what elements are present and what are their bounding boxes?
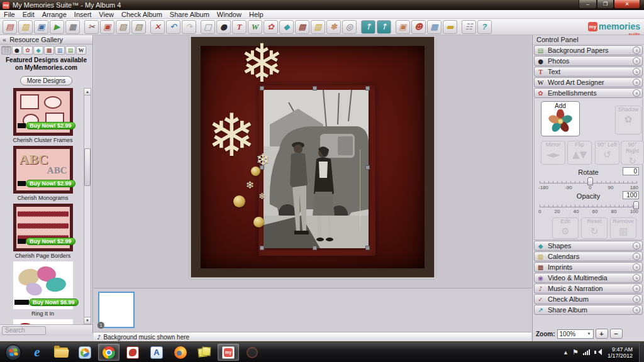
new-album-button[interactable]: ▤ (3, 20, 17, 34)
taskbar-my-memories[interactable]: my (218, 344, 239, 361)
opacity-value[interactable]: 100 (623, 191, 639, 199)
taskbar-faded-app[interactable] (242, 344, 263, 361)
preview-album-button[interactable]: ◎ (342, 20, 357, 34)
expand-button[interactable]: » (633, 253, 640, 260)
selection-handle[interactable] (260, 165, 264, 170)
list-item[interactable]: Buy Now! $6.99 Ring It In (3, 261, 83, 317)
gallery-scrollbar[interactable]: ▲ ▼ (84, 88, 91, 324)
expand-button[interactable]: » (633, 285, 640, 292)
menu-share-album[interactable]: Share Album (166, 11, 213, 18)
menu-window[interactable]: Window (213, 11, 245, 18)
ornament-ball[interactable] (233, 195, 245, 207)
resource-gallery-header[interactable]: « Resource Gallery (0, 35, 92, 45)
list-item[interactable]: Buy Now! $2.99 Cherish Cluster Frames (3, 88, 83, 143)
page-borders-thumbnail[interactable]: Buy Now! $2.99 (13, 204, 73, 251)
section-calendars[interactable]: ▥ Calendars » (534, 251, 643, 261)
section-music-narration[interactable]: ♪ Music & Narration » (534, 283, 643, 293)
open-album-button[interactable]: ▥ (18, 20, 33, 34)
papers-tab[interactable]: ▤ (65, 46, 75, 55)
add-embellishment-button[interactable]: ✿ (264, 20, 278, 34)
save-album-button[interactable]: ▣ (34, 20, 48, 34)
scroll-up-icon[interactable]: ▲ (84, 89, 91, 96)
taskbar-red-app[interactable] (122, 344, 143, 361)
zoom-out-button[interactable]: − (610, 329, 623, 339)
maximize-button[interactable]: ❐ (597, 0, 614, 9)
remove-button[interactable]: Remove ▥ (610, 217, 636, 239)
menu-edit[interactable]: Edit (19, 11, 38, 18)
print-button[interactable]: ▦ (65, 20, 80, 34)
taskbar-clock[interactable]: 9:47 AM 1/17/2012 (608, 346, 633, 359)
photos-tab[interactable]: ● (12, 46, 22, 55)
volume-icon[interactable] (594, 349, 602, 356)
export-movie-button[interactable]: ▶ (50, 20, 64, 34)
list-item[interactable]: Buy Now! $2.99 Cherish Page Borders (3, 204, 83, 259)
action-center-flag-icon[interactable]: ⚑ (572, 348, 579, 356)
page-thumbnail[interactable]: 1 (98, 292, 135, 328)
rotate-value[interactable]: 0 (623, 167, 639, 175)
selection-handle[interactable] (313, 246, 317, 250)
list-item[interactable]: ABC ABC Buy Now! $2.99 Cherish Monograms (3, 146, 83, 201)
import-content-button[interactable]: ↑ (361, 20, 375, 34)
section-video-multimedia[interactable]: ◉ Video & Multimedia » (534, 273, 643, 283)
snowflake-icon[interactable]: ❄ (207, 106, 257, 165)
selection-handle[interactable] (260, 86, 264, 90)
store-tab[interactable]: ☷ (1, 46, 11, 55)
selection-handle[interactable] (260, 246, 264, 250)
scrollbar-thumb[interactable] (84, 148, 91, 186)
snowflake-icon[interactable]: ❄ (258, 192, 266, 200)
section-photos[interactable]: ● Photos » (534, 56, 643, 66)
ring-it-in-thumbnail[interactable]: Buy Now! $6.99 (13, 261, 73, 309)
add-embellishment-button[interactable]: Add (541, 101, 580, 136)
expand-button[interactable]: » (633, 242, 640, 250)
page-canvas[interactable]: ❄ ❄ ❄ ❄ ❄ (94, 35, 531, 288)
more-designs-button[interactable]: More Designs (20, 76, 73, 85)
partial-thumbnail[interactable] (13, 319, 73, 324)
monograms-thumbnail[interactable]: ABC ABC Buy Now! $2.99 (13, 146, 73, 194)
undo-button[interactable]: ↶ (166, 20, 180, 34)
add-shape-button[interactable]: ◆ (279, 20, 294, 34)
storyboard-view-button[interactable]: ▬ (443, 20, 457, 34)
add-calendar-button[interactable]: ▥ (311, 20, 325, 34)
expand-button[interactable]: » (633, 306, 640, 314)
zoom-level-select[interactable]: 100% ▼ (557, 329, 594, 339)
taskbar-explorer[interactable] (50, 344, 72, 361)
taskbar-internet-explorer[interactable]: e (26, 344, 48, 361)
show-desktop-button[interactable] (639, 343, 644, 362)
designer-profile-button[interactable]: ☻ (411, 20, 426, 34)
copy-button[interactable]: ▣ (100, 20, 114, 34)
buy-now-badge[interactable]: Buy Now! $6.99 (29, 299, 79, 306)
selection-handle[interactable] (365, 165, 370, 170)
section-word-art-designer[interactable]: W Word Art Designer » (534, 77, 643, 87)
section-text[interactable]: T Text » (534, 67, 643, 77)
start-button[interactable] (5, 344, 21, 361)
add-imprint-button[interactable]: ▩ (295, 20, 309, 34)
menu-arrange[interactable]: Arrange (38, 11, 70, 18)
imprints-tab[interactable]: ▩ (44, 46, 54, 55)
help-button[interactable]: ? (477, 20, 492, 34)
photo[interactable] (264, 90, 369, 248)
add-text-button[interactable]: T (232, 20, 247, 34)
expand-button[interactable]: » (633, 295, 640, 303)
selection-handle[interactable] (365, 246, 370, 250)
list-item[interactable] (3, 319, 83, 324)
collapse-panel-icon[interactable]: « (3, 36, 6, 43)
tray-expand-icon[interactable]: ▲ (564, 350, 567, 355)
word-art-tab[interactable]: W (76, 46, 86, 55)
add-word-art-button[interactable]: W (248, 20, 262, 34)
rotate-slider[interactable] (540, 181, 637, 184)
network-signal-icon[interactable] (583, 349, 590, 355)
buy-now-badge[interactable]: Buy Now! $2.99 (26, 180, 75, 187)
menu-check-album[interactable]: Check Album (118, 11, 166, 18)
menu-insert[interactable]: Insert (70, 11, 96, 18)
reset-button[interactable]: Reset ↻ (581, 217, 608, 239)
section-check-album[interactable]: ✓ Check Album » (534, 294, 643, 304)
add-photo-button[interactable]: ● (216, 20, 231, 34)
zoom-in-button[interactable]: + (596, 329, 608, 339)
scrapbook-page[interactable]: ❄ ❄ ❄ ❄ ❄ (191, 36, 435, 278)
minimize-button[interactable]: – (579, 0, 597, 9)
expand-button[interactable]: » (633, 79, 640, 86)
collapse-button[interactable]: » (633, 89, 640, 97)
taskbar-firefox[interactable] (170, 344, 191, 361)
taskbar-chrome[interactable] (98, 344, 119, 361)
section-imprints[interactable]: ▩ Imprints » (534, 262, 643, 272)
